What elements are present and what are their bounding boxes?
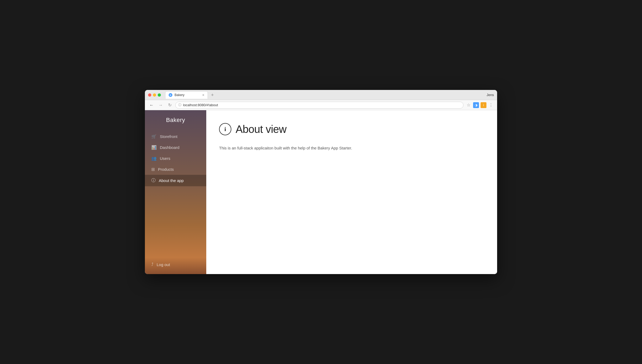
storefront-icon: 🛒 <box>151 134 157 139</box>
sidebar-label-users: Users <box>160 156 170 161</box>
maximize-button[interactable] <box>158 93 161 97</box>
browser-tab[interactable]: B Bakery × <box>165 91 208 99</box>
sidebar-item-dashboard[interactable]: 📊 Dashboard <box>145 142 206 153</box>
tab-title: Bakery <box>175 93 184 97</box>
bookmark-icon[interactable]: ☆ <box>466 102 471 108</box>
page-title: About view <box>236 123 287 135</box>
new-tab-button[interactable]: + <box>209 92 216 99</box>
sidebar-label-products: Products <box>158 167 174 172</box>
address-bar[interactable]: ⓘ localhost:8080/#!about <box>175 102 463 109</box>
extension-icon-2[interactable]: i <box>481 102 486 108</box>
title-bar: B Bakery × + Jens <box>145 90 497 100</box>
sidebar-title: Bakery <box>145 110 206 131</box>
menu-icon[interactable]: ⋮ <box>488 102 494 108</box>
sidebar-label-storefront: Storefront <box>160 134 177 139</box>
users-icon: 👥 <box>151 156 157 161</box>
tab-close-button[interactable]: × <box>202 93 204 97</box>
forward-button[interactable]: → <box>157 102 164 109</box>
main-content: i About view This is an full-stack appli… <box>206 110 497 274</box>
sidebar-item-products[interactable]: ⊞ Products <box>145 164 206 175</box>
tab-favicon: B <box>169 93 172 97</box>
sidebar-label-logout: Log out <box>157 262 170 267</box>
dashboard-icon: 📊 <box>151 145 157 150</box>
sidebar-spacer <box>145 186 206 259</box>
nav-actions: ☆ ◑ i ⋮ <box>466 102 494 108</box>
sidebar-item-logout[interactable]: ⤴ Log out <box>145 259 206 270</box>
sidebar-label-dashboard: Dashboard <box>160 145 179 150</box>
sidebar-item-storefront[interactable]: 🛒 Storefront <box>145 131 206 142</box>
address-security-icon: ⓘ <box>178 103 181 107</box>
sidebar-item-about[interactable]: ⓘ About the app <box>145 175 206 186</box>
sidebar-label-about: About the app <box>159 178 184 183</box>
reload-button[interactable]: ↻ <box>166 102 173 109</box>
address-url: localhost:8080/#!about <box>183 103 218 107</box>
extension-icon-1[interactable]: ◑ <box>473 102 479 108</box>
back-button[interactable]: ← <box>148 102 155 109</box>
info-letter: i <box>224 126 226 132</box>
traffic-lights <box>148 93 161 97</box>
tab-bar: B Bakery × + <box>165 91 485 99</box>
logout-icon: ⤴ <box>151 262 153 267</box>
page-header: i About view <box>219 123 484 135</box>
content-area: Bakery 🛒 Storefront 📊 Dashboard 👥 Users … <box>145 110 497 274</box>
browser-user: Jens <box>487 93 494 97</box>
sidebar: Bakery 🛒 Storefront 📊 Dashboard 👥 Users … <box>145 110 206 274</box>
close-button[interactable] <box>148 93 151 97</box>
browser-window: B Bakery × + Jens ← → ↻ ⓘ localhost:8080… <box>145 90 497 274</box>
page-description: This is an full-stack applicaiton built … <box>219 145 484 151</box>
info-circle-icon: i <box>219 123 231 135</box>
products-icon: ⊞ <box>151 167 155 172</box>
sidebar-item-users[interactable]: 👥 Users <box>145 153 206 164</box>
nav-bar: ← → ↻ ⓘ localhost:8080/#!about ☆ ◑ i ⋮ <box>145 100 497 110</box>
minimize-button[interactable] <box>153 93 156 97</box>
about-icon: ⓘ <box>151 178 156 183</box>
